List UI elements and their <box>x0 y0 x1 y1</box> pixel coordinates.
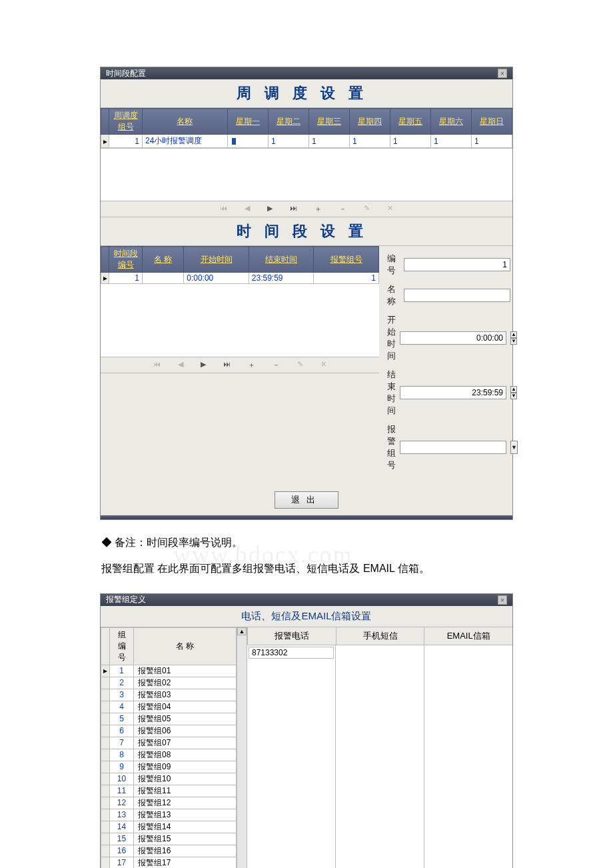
row-indicator-icon <box>101 701 110 713</box>
spin-up-icon[interactable]: ▲ <box>510 331 517 338</box>
ts-header: 时间段编号 <box>109 247 143 273</box>
close-icon[interactable]: × <box>498 69 507 78</box>
start-spinner[interactable]: ▲▼ <box>510 331 517 345</box>
ts-navbar: ⏮ ◀ ▶ ⏭ ＋ － ✎ ✕ <box>101 357 379 373</box>
week-row-name[interactable]: 24小时报警调度 <box>143 135 228 148</box>
nav-first-icon[interactable]: ⏮ <box>153 360 161 370</box>
nav-add-icon[interactable]: ＋ <box>248 360 255 370</box>
group-id-cell: 10 <box>110 773 134 785</box>
nav-next-icon[interactable]: ▶ <box>201 360 206 370</box>
form-end-input[interactable] <box>400 386 506 399</box>
list-item[interactable]: 2 报警组02 <box>101 677 237 689</box>
note-text: ◆ 备注：时间段率编号说明。 <box>101 533 512 553</box>
week-header: 星期四 <box>349 109 390 135</box>
group-id-cell: 3 <box>110 689 134 701</box>
week-day-cell[interactable]: 1 <box>308 135 349 148</box>
list-item[interactable]: 16 报警组16 <box>101 845 237 857</box>
dialog-footer-strip <box>101 515 512 519</box>
close-icon[interactable]: × <box>498 595 507 605</box>
phone-column: 87133302 <box>247 645 335 868</box>
group-name-cell: 报警组04 <box>134 701 237 713</box>
group-id-cell: 5 <box>110 713 134 725</box>
week-day-cell[interactable]: 1 <box>430 135 471 148</box>
nav-edit-icon[interactable]: ✎ <box>297 360 303 370</box>
nav-add-icon[interactable]: ＋ <box>314 204 322 214</box>
week-header: 星期五 <box>390 109 430 135</box>
nav-next-icon[interactable]: ▶ <box>267 204 273 214</box>
time-segment-grid: 时间段编号名 称开始时间结束时间报警组号 ▸ 1 0:00:00 23:59:5… <box>101 246 379 284</box>
scroll-up-icon[interactable]: ▲ <box>237 627 247 635</box>
list-header-name: 名 称 <box>134 627 237 665</box>
chevron-down-icon[interactable]: ▼ <box>510 441 518 454</box>
list-item[interactable]: 13 报警组13 <box>101 809 237 821</box>
row-indicator-icon <box>101 857 110 868</box>
row-indicator-icon <box>101 821 110 833</box>
exit-button[interactable]: 退出 <box>275 491 338 509</box>
form-group-input[interactable] <box>400 441 506 454</box>
week-navbar: ⏮ ◀ ▶ ⏭ ＋ － ✎ ✕ <box>101 201 512 217</box>
list-item[interactable]: 8 报警组08 <box>101 749 237 761</box>
form-id-input[interactable] <box>404 258 510 271</box>
nav-cancel-icon[interactable]: ✕ <box>387 204 393 214</box>
week-header: 星期日 <box>471 109 512 135</box>
list-item[interactable]: 11 报警组11 <box>101 785 237 797</box>
form-id-label: 编号 <box>387 253 400 277</box>
nav-prev-icon[interactable]: ◀ <box>178 360 183 370</box>
desc-text: 报警组配置 在此界面可配置多组报警电话、短信电话及 EMAIL 信箱。 <box>101 559 512 579</box>
nav-del-icon[interactable]: － <box>339 204 346 214</box>
form-end-label: 结束时间 <box>387 369 396 417</box>
week-day-cell[interactable]: 1 <box>471 135 512 148</box>
nav-last-icon[interactable]: ⏭ <box>290 204 297 214</box>
nav-first-icon[interactable]: ⏮ <box>220 204 227 214</box>
list-item[interactable]: 10 报警组10 <box>101 773 237 785</box>
nav-cancel-icon[interactable]: ✕ <box>320 360 326 370</box>
ts-row-start[interactable]: 0:00:00 <box>184 273 249 284</box>
list-item[interactable]: 12 报警组12 <box>101 797 237 809</box>
row-indicator-icon <box>101 845 110 857</box>
alarm-group-list: 组编号 名 称 ▸ 1 报警组01 2 报警组02 3 报警组03 4 报警组0… <box>101 627 237 868</box>
phone-cell[interactable]: 87133302 <box>249 647 334 659</box>
group-name-cell: 报警组14 <box>134 821 237 833</box>
week-day-cell[interactable]: 1 <box>268 135 308 148</box>
ts-header: 开始时间 <box>184 247 249 273</box>
spin-down-icon[interactable]: ▼ <box>510 338 517 345</box>
spin-down-icon[interactable]: ▼ <box>510 393 517 399</box>
spin-up-icon[interactable]: ▲ <box>510 386 517 393</box>
list-item[interactable]: 17 报警组17 <box>101 857 237 868</box>
group-id-cell: 6 <box>110 725 134 737</box>
ts-row-end[interactable]: 23:59:59 <box>249 273 314 284</box>
alarm-group-dialog: 报警组定义 × 电话、短信及EMAIL信箱设置 组编号 名 称 ▸ 1 报警组0… <box>100 593 513 868</box>
group-id-cell: 8 <box>110 749 134 761</box>
list-item[interactable]: 4 报警组04 <box>101 701 237 713</box>
week-day-cell[interactable]: 1 <box>390 135 430 148</box>
list-item[interactable]: 6 报警组06 <box>101 725 237 737</box>
week-row-id[interactable]: 1 <box>109 135 143 148</box>
week-header: 星期六 <box>430 109 471 135</box>
week-day-cell[interactable]: 1 <box>349 135 390 148</box>
group-name-cell: 报警组07 <box>134 737 237 749</box>
list-item[interactable]: 14 报警组14 <box>101 821 237 833</box>
ts-row-name[interactable] <box>143 273 184 284</box>
list-item[interactable]: 5 报警组05 <box>101 713 237 725</box>
nav-del-icon[interactable]: － <box>273 360 280 370</box>
group-name-cell: 报警组17 <box>134 857 237 868</box>
list-scrollbar[interactable]: ▲ ▼ <box>237 627 247 868</box>
list-item[interactable]: 15 报警组15 <box>101 833 237 845</box>
row-indicator-icon <box>101 833 110 845</box>
list-item[interactable]: 7 报警组07 <box>101 737 237 749</box>
col-sms-header: 手机短信 <box>336 627 424 645</box>
ts-row-id[interactable]: 1 <box>109 273 143 284</box>
week-day-cell[interactable] <box>227 135 268 148</box>
nav-prev-icon[interactable]: ◀ <box>245 204 250 214</box>
ts-row-group[interactable]: 1 <box>314 273 379 284</box>
list-item[interactable]: ▸ 1 报警组01 <box>101 665 237 677</box>
dialog2-titlebar: 报警组定义 × <box>101 594 512 606</box>
end-spinner[interactable]: ▲▼ <box>510 386 517 399</box>
nav-edit-icon[interactable]: ✎ <box>364 204 370 214</box>
group-name-cell: 报警组03 <box>134 689 237 701</box>
list-item[interactable]: 3 报警组03 <box>101 689 237 701</box>
form-start-input[interactable] <box>400 331 506 345</box>
nav-last-icon[interactable]: ⏭ <box>223 360 231 370</box>
form-name-input[interactable] <box>404 289 510 302</box>
list-item[interactable]: 9 报警组09 <box>101 761 237 773</box>
